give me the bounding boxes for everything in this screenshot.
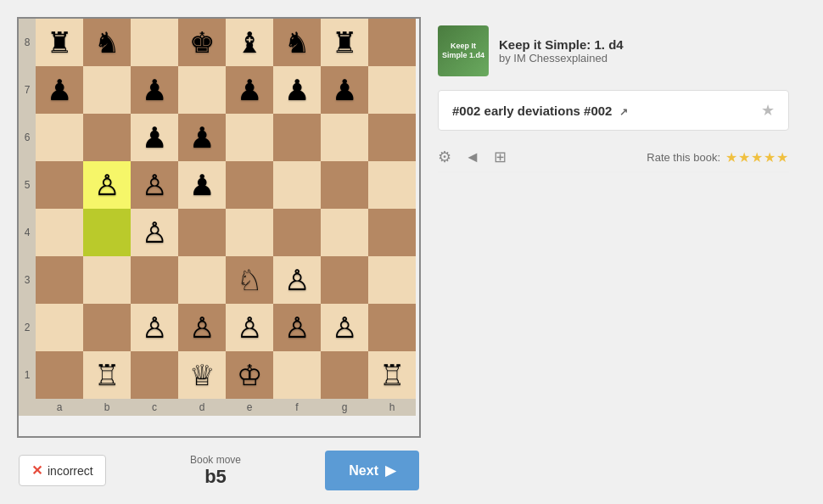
- chapter-title: #002 early deviations #002 ↗: [452, 104, 628, 118]
- square-h5[interactable]: [368, 161, 416, 209]
- settings-icon[interactable]: ⚙: [438, 148, 451, 166]
- square-d5[interactable]: ♟: [178, 161, 226, 209]
- square-b2[interactable]: [83, 304, 131, 351]
- square-b5[interactable]: ♙: [83, 161, 131, 209]
- square-e1[interactable]: ♔: [226, 351, 273, 399]
- square-a5[interactable]: [36, 161, 83, 209]
- square-c4[interactable]: ♙: [131, 209, 178, 256]
- bookmark-icon[interactable]: ★: [761, 101, 775, 120]
- square-h2[interactable]: [368, 304, 416, 351]
- book-thumbnail: Keep It Simple 1.d4: [438, 25, 489, 76]
- square-b8[interactable]: ♞: [83, 19, 131, 66]
- book-move-section: Book move b5: [190, 454, 241, 488]
- square-f3[interactable]: ♙: [273, 256, 321, 304]
- square-e8[interactable]: ♝: [226, 19, 273, 66]
- square-d4[interactable]: [178, 209, 226, 256]
- square-d7[interactable]: [178, 66, 226, 114]
- piece-e2: ♙: [237, 313, 262, 342]
- square-c1[interactable]: [131, 351, 178, 399]
- square-f7[interactable]: ♟: [273, 66, 321, 114]
- chess-section: 8♜♞♚♝♞♜7♟♟♟♟♟6♟♟5♙♙♟4♙3♘♙2♙♙♙♙♙1♖♕♔♖abcd…: [17, 17, 421, 495]
- square-g1[interactable]: [321, 351, 368, 399]
- piece-c7: ♟: [142, 76, 167, 104]
- square-f6[interactable]: [273, 114, 321, 161]
- piece-b8: ♞: [94, 28, 120, 57]
- square-f8[interactable]: ♞: [273, 19, 321, 66]
- rank-label-7: 7: [19, 66, 36, 114]
- file-label-h: h: [368, 399, 416, 416]
- square-e4[interactable]: [226, 209, 273, 256]
- square-h1[interactable]: ♖: [368, 351, 416, 399]
- square-g3[interactable]: [321, 256, 368, 304]
- rate-label: Rate this book:: [647, 151, 720, 164]
- square-d2[interactable]: ♙: [178, 304, 226, 351]
- square-b1[interactable]: ♖: [83, 351, 131, 399]
- board-wrapper: 8♜♞♚♝♞♜7♟♟♟♟♟6♟♟5♙♙♟4♙3♘♙2♙♙♙♙♙1♖♕♔♖abcd…: [17, 17, 421, 438]
- piece-g2: ♙: [332, 313, 357, 342]
- piece-d1: ♕: [189, 361, 215, 389]
- incorrect-button[interactable]: ✕ incorrect: [19, 455, 106, 486]
- square-e7[interactable]: ♟: [226, 66, 273, 114]
- next-button[interactable]: Next ▶: [325, 451, 419, 490]
- square-c6[interactable]: ♟: [131, 114, 178, 161]
- square-g2[interactable]: ♙: [321, 304, 368, 351]
- square-a1[interactable]: [36, 351, 83, 399]
- book-move-value: b5: [190, 466, 241, 488]
- square-a6[interactable]: [36, 114, 83, 161]
- piece-e3: ♘: [237, 266, 262, 294]
- square-h4[interactable]: [368, 209, 416, 256]
- square-a2[interactable]: [36, 304, 83, 351]
- square-b4[interactable]: [83, 209, 131, 256]
- square-f4[interactable]: [273, 209, 321, 256]
- sound-icon[interactable]: ◄: [465, 148, 480, 166]
- square-h8[interactable]: [368, 19, 416, 66]
- square-a3[interactable]: [36, 256, 83, 304]
- book-move-label: Book move: [190, 454, 241, 466]
- square-c2[interactable]: ♙: [131, 304, 178, 351]
- square-d3[interactable]: [178, 256, 226, 304]
- square-g4[interactable]: [321, 209, 368, 256]
- square-a4[interactable]: [36, 209, 83, 256]
- chapter-link-icon[interactable]: ↗: [619, 106, 628, 118]
- analysis-icon[interactable]: ⊞: [494, 148, 507, 166]
- square-g6[interactable]: [321, 114, 368, 161]
- square-h7[interactable]: [368, 66, 416, 114]
- square-f1[interactable]: [273, 351, 321, 399]
- square-a8[interactable]: ♜: [36, 19, 83, 66]
- square-b7[interactable]: [83, 66, 131, 114]
- square-d1[interactable]: ♕: [178, 351, 226, 399]
- square-e6[interactable]: [226, 114, 273, 161]
- piece-h1: ♖: [379, 361, 405, 389]
- square-c8[interactable]: [131, 19, 178, 66]
- stars[interactable]: ★★★★★: [725, 149, 789, 165]
- square-f2[interactable]: ♙: [273, 304, 321, 351]
- square-c3[interactable]: [131, 256, 178, 304]
- piece-c2: ♙: [142, 313, 167, 342]
- file-label-e: e: [226, 399, 273, 416]
- chess-board[interactable]: 8♜♞♚♝♞♜7♟♟♟♟♟6♟♟5♙♙♟4♙3♘♙2♙♙♙♙♙1♖♕♔♖abcd…: [19, 19, 419, 436]
- piece-f8: ♞: [284, 28, 310, 57]
- square-d6[interactable]: ♟: [178, 114, 226, 161]
- square-h6[interactable]: [368, 114, 416, 161]
- square-g8[interactable]: ♜: [321, 19, 368, 66]
- piece-a7: ♟: [47, 76, 72, 104]
- square-c5[interactable]: ♙: [131, 161, 178, 209]
- piece-d5: ♟: [189, 171, 215, 199]
- rank-label-3: 3: [19, 256, 36, 304]
- square-b6[interactable]: [83, 114, 131, 161]
- rank-label-2: 2: [19, 304, 36, 351]
- square-b3[interactable]: [83, 256, 131, 304]
- square-e5[interactable]: [226, 161, 273, 209]
- square-g5[interactable]: [321, 161, 368, 209]
- square-c7[interactable]: ♟: [131, 66, 178, 114]
- square-g7[interactable]: ♟: [321, 66, 368, 114]
- square-h3[interactable]: [368, 256, 416, 304]
- square-e2[interactable]: ♙: [226, 304, 273, 351]
- square-e3[interactable]: ♘: [226, 256, 273, 304]
- next-arrow-icon: ▶: [385, 462, 395, 479]
- piece-e1: ♔: [237, 361, 262, 389]
- file-label-f: f: [273, 399, 321, 416]
- square-d8[interactable]: ♚: [178, 19, 226, 66]
- square-a7[interactable]: ♟: [36, 66, 83, 114]
- square-f5[interactable]: [273, 161, 321, 209]
